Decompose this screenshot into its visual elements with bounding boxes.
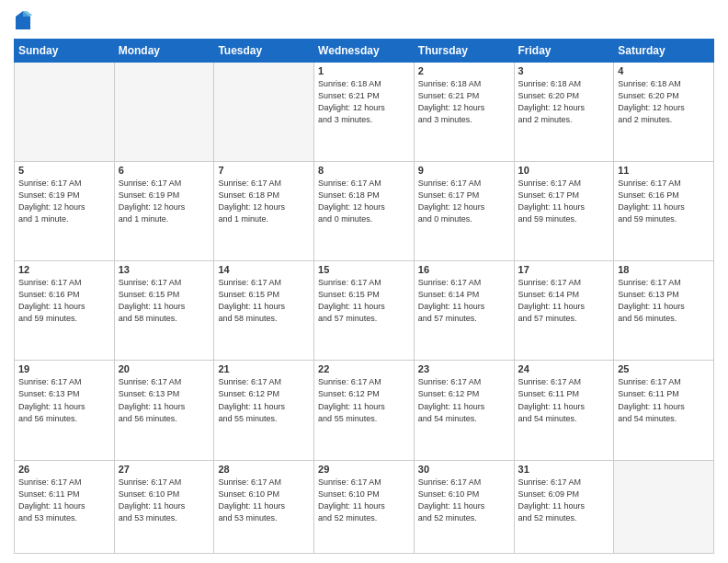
day-number: 6 (119, 165, 210, 176)
calendar-cell: 5Sunrise: 6:17 AM Sunset: 6:19 PM Daylig… (15, 162, 115, 261)
logo (14, 9, 36, 31)
day-info: Sunrise: 6:17 AM Sunset: 6:15 PM Dayligh… (318, 277, 410, 325)
day-info: Sunrise: 6:18 AM Sunset: 6:21 PM Dayligh… (418, 78, 510, 126)
calendar-week-3: 19Sunrise: 6:17 AM Sunset: 6:13 PM Dayli… (15, 361, 714, 460)
day-number: 26 (18, 464, 110, 475)
calendar-cell: 24Sunrise: 6:17 AM Sunset: 6:11 PM Dayli… (514, 361, 614, 460)
calendar-cell: 15Sunrise: 6:17 AM Sunset: 6:15 PM Dayli… (314, 261, 415, 361)
day-header-tuesday: Tuesday (214, 40, 314, 63)
calendar-cell: 4Sunrise: 6:18 AM Sunset: 6:20 PM Daylig… (614, 63, 714, 162)
calendar: SundayMondayTuesdayWednesdayThursdayFrid… (14, 39, 714, 554)
day-number: 25 (618, 363, 710, 374)
day-number: 13 (119, 264, 210, 275)
day-info: Sunrise: 6:17 AM Sunset: 6:10 PM Dayligh… (418, 477, 510, 524)
calendar-cell: 8Sunrise: 6:17 AM Sunset: 6:18 PM Daylig… (314, 162, 415, 261)
day-number: 17 (518, 264, 610, 275)
calendar-cell: 29Sunrise: 6:17 AM Sunset: 6:10 PM Dayli… (314, 460, 415, 553)
calendar-cell: 27Sunrise: 6:17 AM Sunset: 6:10 PM Dayli… (114, 460, 214, 553)
day-info: Sunrise: 6:17 AM Sunset: 6:13 PM Dayligh… (119, 376, 210, 424)
calendar-week-4: 26Sunrise: 6:17 AM Sunset: 6:11 PM Dayli… (15, 460, 714, 553)
day-info: Sunrise: 6:17 AM Sunset: 6:19 PM Dayligh… (119, 178, 210, 225)
calendar-cell: 26Sunrise: 6:17 AM Sunset: 6:11 PM Dayli… (15, 460, 115, 553)
day-number: 1 (318, 65, 410, 76)
day-info: Sunrise: 6:17 AM Sunset: 6:15 PM Dayligh… (119, 277, 210, 325)
day-number: 8 (318, 165, 410, 176)
day-header-saturday: Saturday (614, 40, 714, 63)
day-info: Sunrise: 6:17 AM Sunset: 6:16 PM Dayligh… (18, 277, 110, 325)
day-header-monday: Monday (114, 40, 214, 63)
day-number: 18 (618, 264, 710, 275)
day-info: Sunrise: 6:17 AM Sunset: 6:10 PM Dayligh… (218, 477, 310, 524)
day-number: 23 (418, 363, 510, 374)
calendar-cell (214, 63, 314, 162)
calendar-cell: 3Sunrise: 6:18 AM Sunset: 6:20 PM Daylig… (514, 63, 614, 162)
calendar-cell: 17Sunrise: 6:17 AM Sunset: 6:14 PM Dayli… (514, 261, 614, 361)
calendar-cell: 18Sunrise: 6:17 AM Sunset: 6:13 PM Dayli… (614, 261, 714, 361)
calendar-cell: 10Sunrise: 6:17 AM Sunset: 6:17 PM Dayli… (514, 162, 614, 261)
day-info: Sunrise: 6:17 AM Sunset: 6:12 PM Dayligh… (418, 376, 510, 424)
day-info: Sunrise: 6:17 AM Sunset: 6:18 PM Dayligh… (318, 178, 410, 225)
day-header-wednesday: Wednesday (314, 40, 415, 63)
day-info: Sunrise: 6:17 AM Sunset: 6:17 PM Dayligh… (418, 178, 510, 225)
day-info: Sunrise: 6:17 AM Sunset: 6:13 PM Dayligh… (18, 376, 110, 424)
calendar-cell: 7Sunrise: 6:17 AM Sunset: 6:18 PM Daylig… (214, 162, 314, 261)
day-info: Sunrise: 6:17 AM Sunset: 6:10 PM Dayligh… (318, 477, 410, 524)
calendar-cell: 28Sunrise: 6:17 AM Sunset: 6:10 PM Dayli… (214, 460, 314, 553)
day-number: 4 (618, 65, 710, 76)
calendar-cell: 6Sunrise: 6:17 AM Sunset: 6:19 PM Daylig… (114, 162, 214, 261)
calendar-header-row: SundayMondayTuesdayWednesdayThursdayFrid… (15, 40, 714, 63)
day-number: 5 (18, 165, 110, 176)
calendar-cell: 1Sunrise: 6:18 AM Sunset: 6:21 PM Daylig… (314, 63, 415, 162)
calendar-cell: 19Sunrise: 6:17 AM Sunset: 6:13 PM Dayli… (15, 361, 115, 460)
day-info: Sunrise: 6:17 AM Sunset: 6:13 PM Dayligh… (618, 277, 710, 325)
calendar-cell: 16Sunrise: 6:17 AM Sunset: 6:14 PM Dayli… (414, 261, 514, 361)
day-info: Sunrise: 6:17 AM Sunset: 6:12 PM Dayligh… (218, 376, 310, 424)
calendar-cell (15, 63, 115, 162)
day-number: 9 (418, 165, 510, 176)
calendar-cell: 21Sunrise: 6:17 AM Sunset: 6:12 PM Dayli… (214, 361, 314, 460)
calendar-cell: 30Sunrise: 6:17 AM Sunset: 6:10 PM Dayli… (414, 460, 514, 553)
day-info: Sunrise: 6:17 AM Sunset: 6:14 PM Dayligh… (518, 277, 610, 325)
calendar-cell: 9Sunrise: 6:17 AM Sunset: 6:17 PM Daylig… (414, 162, 514, 261)
day-number: 14 (218, 264, 310, 275)
day-number: 11 (618, 165, 710, 176)
day-info: Sunrise: 6:17 AM Sunset: 6:09 PM Dayligh… (518, 477, 610, 524)
calendar-week-1: 5Sunrise: 6:17 AM Sunset: 6:19 PM Daylig… (15, 162, 714, 261)
day-number: 10 (518, 165, 610, 176)
day-info: Sunrise: 6:18 AM Sunset: 6:21 PM Dayligh… (318, 78, 410, 126)
calendar-cell: 23Sunrise: 6:17 AM Sunset: 6:12 PM Dayli… (414, 361, 514, 460)
day-header-thursday: Thursday (414, 40, 514, 63)
calendar-cell: 13Sunrise: 6:17 AM Sunset: 6:15 PM Dayli… (114, 261, 214, 361)
calendar-cell: 12Sunrise: 6:17 AM Sunset: 6:16 PM Dayli… (15, 261, 115, 361)
logo-icon (14, 9, 32, 31)
day-info: Sunrise: 6:17 AM Sunset: 6:19 PM Dayligh… (18, 178, 110, 225)
day-number: 15 (318, 264, 410, 275)
calendar-cell (114, 63, 214, 162)
calendar-cell: 2Sunrise: 6:18 AM Sunset: 6:21 PM Daylig… (414, 63, 514, 162)
header (14, 9, 714, 31)
day-number: 16 (418, 264, 510, 275)
day-number: 21 (218, 363, 310, 374)
day-info: Sunrise: 6:17 AM Sunset: 6:11 PM Dayligh… (518, 376, 610, 424)
day-info: Sunrise: 6:18 AM Sunset: 6:20 PM Dayligh… (518, 78, 610, 126)
calendar-cell: 14Sunrise: 6:17 AM Sunset: 6:15 PM Dayli… (214, 261, 314, 361)
day-number: 7 (218, 165, 310, 176)
calendar-cell (614, 460, 714, 553)
day-number: 28 (218, 464, 310, 475)
page: SundayMondayTuesdayWednesdayThursdayFrid… (0, 0, 728, 563)
calendar-cell: 31Sunrise: 6:17 AM Sunset: 6:09 PM Dayli… (514, 460, 614, 553)
calendar-cell: 11Sunrise: 6:17 AM Sunset: 6:16 PM Dayli… (614, 162, 714, 261)
day-number: 12 (18, 264, 110, 275)
day-info: Sunrise: 6:17 AM Sunset: 6:11 PM Dayligh… (18, 477, 110, 524)
calendar-week-0: 1Sunrise: 6:18 AM Sunset: 6:21 PM Daylig… (15, 63, 714, 162)
calendar-week-2: 12Sunrise: 6:17 AM Sunset: 6:16 PM Dayli… (15, 261, 714, 361)
day-info: Sunrise: 6:18 AM Sunset: 6:20 PM Dayligh… (618, 78, 710, 126)
calendar-cell: 25Sunrise: 6:17 AM Sunset: 6:11 PM Dayli… (614, 361, 714, 460)
day-header-friday: Friday (514, 40, 614, 63)
calendar-cell: 22Sunrise: 6:17 AM Sunset: 6:12 PM Dayli… (314, 361, 415, 460)
day-number: 31 (518, 464, 610, 475)
day-number: 19 (18, 363, 110, 374)
day-number: 24 (518, 363, 610, 374)
day-number: 3 (518, 65, 610, 76)
day-info: Sunrise: 6:17 AM Sunset: 6:11 PM Dayligh… (618, 376, 710, 424)
